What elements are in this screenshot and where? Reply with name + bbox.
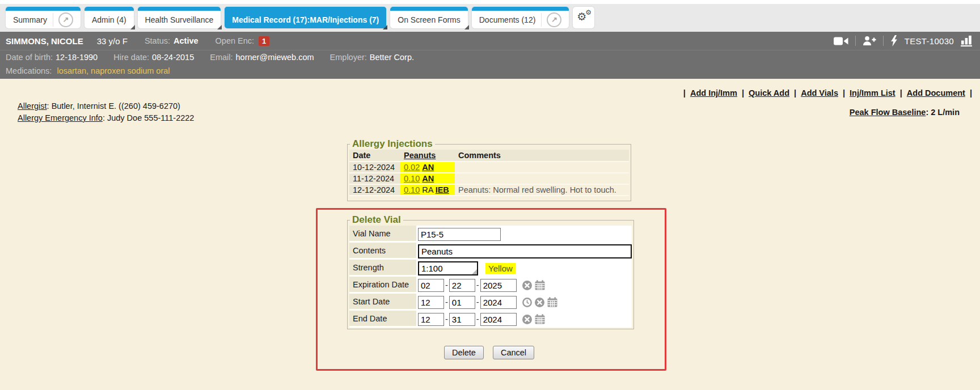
divider	[855, 36, 856, 46]
col-header-peanuts[interactable]: Peanuts	[400, 150, 455, 162]
tab-accent-bar	[472, 7, 569, 11]
delete-vial-legend: Delete Vial	[350, 214, 403, 226]
date-separator: -	[445, 298, 448, 307]
medication-link-losartan[interactable]: losartan	[57, 66, 86, 75]
end-day-input[interactable]	[449, 313, 475, 326]
tab-health-surveillance[interactable]: Health Surveillance	[138, 7, 221, 28]
lightning-bolt-icon[interactable]	[890, 35, 898, 46]
reaction-code-link[interactable]: IEB	[436, 185, 449, 194]
date-separator: -	[476, 315, 479, 324]
delete-button[interactable]: Delete	[444, 346, 484, 359]
tab-dropdown-corner-icon[interactable]	[217, 25, 222, 29]
dose-link[interactable]: 0.10	[404, 185, 420, 194]
open-encounter-badge[interactable]: 1	[259, 36, 269, 46]
vial-color-tag[interactable]: Yellow	[485, 263, 516, 274]
tab-dropdown-corner-icon[interactable]	[130, 25, 135, 29]
start-day-input[interactable]	[449, 296, 475, 309]
contents-input[interactable]	[418, 244, 632, 258]
tab-medical-record-active[interactable]: Medical Record (17):MAR/Injections (7)	[225, 7, 386, 28]
peak-flow-baseline-link[interactable]: Peak Flow Baseline	[850, 108, 926, 117]
patient-name: SIMMONS, NICOLE	[6, 36, 83, 46]
add-document-link[interactable]: Add Document	[907, 88, 965, 98]
tab-admin[interactable]: Admin (4)	[85, 7, 134, 28]
start-date-label: Start Date	[349, 294, 416, 311]
allergist-link[interactable]: Allergist	[18, 101, 47, 111]
strength-label: Strength	[349, 260, 416, 277]
patient-demographics-row: Date of birth:12-18-1990 Hire date:08-24…	[6, 53, 414, 62]
tab-documents[interactable]: Documents (12) ↗	[472, 7, 569, 28]
dose-link[interactable]: 0.10	[404, 174, 420, 183]
separator: |	[970, 88, 972, 98]
tab-dropdown-corner-icon[interactable]	[464, 25, 469, 29]
vial-name-row: Vial Name	[349, 226, 632, 243]
injection-comment	[455, 162, 629, 173]
injection-date: 11-12-2024	[349, 173, 400, 184]
end-month-input[interactable]	[418, 313, 444, 326]
separator: |	[742, 88, 744, 98]
clock-icon[interactable]	[522, 298, 532, 307]
clear-date-icon[interactable]	[522, 315, 532, 324]
allergy-emergency-info-link[interactable]: Allergy Emergency Info	[18, 113, 103, 122]
tab-divider	[53, 13, 53, 27]
inj-imm-list-link[interactable]: Inj/Imm List	[850, 88, 895, 98]
tab-summary[interactable]: Summary ↗	[6, 7, 81, 28]
tab-label: Documents (12)	[479, 15, 536, 24]
dose-link[interactable]: 0.02	[404, 163, 420, 172]
strength-input[interactable]	[418, 261, 478, 275]
tab-label: Medical Record (17):MAR/Injections (7)	[232, 15, 379, 24]
patient-chart-id: TEST-10030	[905, 36, 954, 46]
date-separator: -	[476, 281, 479, 290]
status-label: Status:	[145, 36, 170, 45]
clear-date-icon[interactable]	[522, 281, 532, 290]
clear-date-icon[interactable]	[535, 298, 544, 307]
hire-date-label: Hire date:	[113, 53, 149, 62]
start-year-input[interactable]	[480, 296, 517, 309]
calendar-icon[interactable]	[535, 314, 545, 324]
vial-name-label: Vial Name	[349, 226, 416, 243]
expiration-month-input[interactable]	[418, 279, 444, 292]
patient-header: SIMMONS, NICOLE 33 y/o F Status: Active …	[0, 32, 980, 79]
medications-row: Medications: losartan, naproxen sodium o…	[6, 66, 170, 75]
video-call-icon[interactable]	[834, 36, 848, 46]
divider	[883, 36, 884, 46]
end-year-input[interactable]	[480, 313, 517, 326]
tab-on-screen-forms[interactable]: On Screen Forms	[390, 7, 467, 28]
calendar-icon[interactable]	[547, 297, 557, 307]
add-inj-imm-link[interactable]: Add Inj/Imm	[690, 88, 737, 98]
tab-accent-bar	[85, 7, 134, 11]
calendar-icon[interactable]	[535, 280, 545, 290]
dob-label: Date of birth:	[6, 53, 53, 62]
tab-accent-bar	[138, 7, 221, 11]
start-month-input[interactable]	[418, 296, 444, 309]
allergy-emergency-value: : Judy Doe 555-111-2222	[103, 113, 195, 122]
injection-date: 10-12-2024	[349, 162, 400, 173]
add-vials-link[interactable]: Add Vials	[801, 88, 838, 98]
settings-gear-button[interactable]: ⚙ ⚙	[573, 7, 594, 28]
gear-small-icon: ⚙	[585, 9, 592, 16]
external-link-icon[interactable]: ↗	[58, 12, 73, 27]
flowsheet-chart-icon[interactable]	[961, 35, 973, 46]
allergy-injections-table: Date Peanuts Comments 10-12-2024 0.02 AN…	[349, 150, 629, 196]
reaction-code-link[interactable]: AN	[422, 163, 434, 172]
cancel-button[interactable]: Cancel	[493, 346, 534, 359]
end-date-label: End Date	[349, 311, 416, 328]
table-row: 12-12-2024 0.10 RA IEB Peanuts: Normal r…	[349, 184, 629, 196]
col-header-date: Date	[349, 150, 400, 162]
quick-add-link[interactable]: Quick Add	[749, 88, 789, 98]
injection-comment: Peanuts: Normal red swelling. Hot to tou…	[455, 184, 629, 196]
tab-label: On Screen Forms	[398, 15, 460, 24]
medication-link-naproxen[interactable]: naproxen sodium oral	[91, 66, 170, 75]
vial-name-input[interactable]	[418, 228, 501, 241]
expiration-day-input[interactable]	[449, 279, 475, 292]
patient-header-row1: SIMMONS, NICOLE 33 y/o F Status: Active …	[0, 32, 980, 50]
external-link-icon[interactable]: ↗	[547, 12, 561, 27]
reaction-code-link[interactable]: AN	[422, 174, 434, 183]
action-links: | Add Inj/Imm | Quick Add | Add Vials | …	[683, 88, 972, 98]
separator: |	[843, 88, 845, 98]
patient-header-actions: TEST-10030	[834, 32, 973, 50]
allergy-contact-info: Allergist: Butler, Internist E. ((260) 4…	[18, 100, 194, 124]
tab-dropdown-corner-icon[interactable]	[383, 25, 387, 29]
expiration-year-input[interactable]	[480, 279, 517, 292]
add-person-icon[interactable]	[863, 36, 876, 46]
tab-accent-bar	[225, 7, 386, 11]
